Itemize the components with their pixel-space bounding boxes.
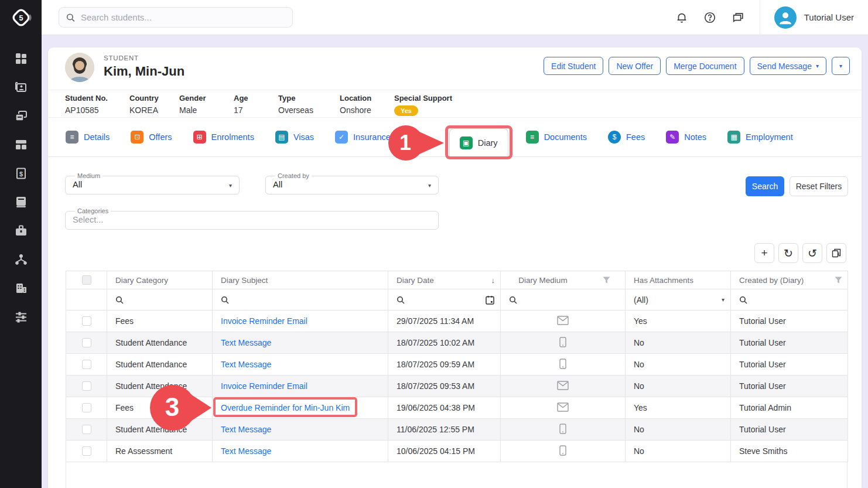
fees-icon[interactable]: $ bbox=[14, 166, 28, 180]
diary-category: Re Assessment bbox=[115, 446, 172, 456]
briefcase-icon[interactable] bbox=[14, 224, 28, 238]
search-button[interactable]: Search bbox=[746, 176, 784, 196]
app-logo-icon[interactable]: 5 bbox=[0, 0, 42, 35]
annotation-balloon-1: 1 bbox=[388, 125, 444, 161]
field-value: KOREA bbox=[129, 105, 179, 115]
merge-document-button[interactable]: Merge Document bbox=[666, 57, 744, 75]
cards-icon[interactable] bbox=[14, 109, 28, 123]
col-has-attachments[interactable]: Has Attachments bbox=[626, 271, 731, 289]
tab-offers[interactable]: ⊡Offers bbox=[131, 131, 172, 144]
global-search[interactable] bbox=[59, 7, 293, 28]
sort-desc-icon[interactable]: ↓ bbox=[491, 276, 495, 285]
tab-details[interactable]: ≡Details bbox=[66, 131, 110, 144]
tab-label: Offers bbox=[149, 132, 172, 142]
has-attachments: Yes bbox=[634, 316, 647, 326]
filter-medium[interactable] bbox=[501, 289, 626, 310]
filter-medium-input[interactable] bbox=[553, 295, 619, 304]
created-by-label: Created by bbox=[275, 172, 312, 179]
students-icon[interactable] bbox=[14, 80, 28, 94]
col-diary-date[interactable]: Diary Date↓ bbox=[388, 271, 501, 289]
created-by: Steve Smiths bbox=[739, 446, 787, 456]
send-message-button[interactable]: Send Message▾ bbox=[750, 57, 826, 75]
table-row: Re AssessmentText Message10/06/2025 04:1… bbox=[66, 441, 848, 462]
filter-attachments[interactable]: (All)▾ bbox=[626, 289, 731, 310]
network-icon[interactable] bbox=[14, 252, 28, 267]
user-avatar[interactable] bbox=[774, 6, 797, 29]
insurance-icon: ✓ bbox=[335, 131, 348, 144]
courses-icon[interactable] bbox=[14, 195, 28, 209]
created-by-select[interactable]: Created by All ▾ bbox=[265, 172, 439, 194]
settings-icon[interactable] bbox=[14, 310, 28, 324]
chevron-down-icon: ▾ bbox=[816, 63, 819, 69]
select-all-header[interactable] bbox=[66, 271, 107, 289]
filter-funnel-icon[interactable] bbox=[835, 277, 842, 284]
diary-subject-link[interactable]: Overdue Reminder for Min-Jun Kim bbox=[221, 403, 350, 412]
tab-insurance[interactable]: ✓Insurance bbox=[335, 131, 391, 144]
attachments-filter-value[interactable]: (All) bbox=[634, 295, 648, 305]
row-checkbox[interactable] bbox=[82, 446, 91, 456]
select-all-checkbox[interactable] bbox=[82, 275, 91, 285]
filter-category[interactable] bbox=[107, 289, 213, 310]
col-diary-subject[interactable]: Diary Subject bbox=[213, 271, 388, 289]
topbar: Tutorial User bbox=[42, 0, 868, 35]
col-created-by[interactable]: Created by (Diary) bbox=[731, 271, 848, 289]
bell-icon[interactable] bbox=[675, 11, 688, 24]
row-checkbox[interactable] bbox=[82, 316, 91, 326]
topbar-divider bbox=[760, 0, 760, 35]
reset-filters-button[interactable]: Reset Filters bbox=[790, 176, 848, 196]
tab-fees[interactable]: $Fees bbox=[608, 131, 645, 144]
col-diary-category[interactable]: Diary Category bbox=[107, 271, 213, 289]
col-diary-medium[interactable]: Diary Medium bbox=[501, 271, 626, 289]
organisation-icon[interactable] bbox=[14, 281, 28, 295]
filter-created-by[interactable] bbox=[731, 289, 848, 310]
mobile-icon bbox=[559, 445, 566, 456]
filter-subject-input[interactable] bbox=[285, 295, 382, 304]
row-checkbox[interactable] bbox=[82, 338, 91, 347]
filter-created-by-input[interactable] bbox=[780, 295, 842, 304]
more-actions-button[interactable]: ▾ bbox=[832, 57, 850, 75]
copy-icon[interactable] bbox=[826, 243, 846, 263]
filter-subject[interactable] bbox=[213, 289, 388, 310]
tab-visas[interactable]: ▤Visas bbox=[275, 131, 314, 144]
tab-label: Documents bbox=[544, 132, 587, 142]
diary-subject-link[interactable]: Text Message bbox=[221, 425, 271, 434]
calendar-icon[interactable] bbox=[486, 295, 494, 305]
diary-date: 18/07/2025 09:53 AM bbox=[397, 381, 474, 391]
tab-label: Fees bbox=[626, 132, 645, 142]
filter-category-input[interactable] bbox=[152, 295, 206, 304]
history-icon[interactable]: ↺ bbox=[802, 243, 822, 263]
row-checkbox[interactable] bbox=[82, 381, 91, 391]
tab-notes[interactable]: ✎Notes bbox=[666, 131, 706, 144]
tab-enrolments[interactable]: ⊞Enrolments bbox=[193, 131, 254, 144]
created-by: Tutorial User bbox=[739, 360, 786, 369]
has-attachments: No bbox=[634, 381, 644, 391]
filter-date[interactable] bbox=[388, 289, 501, 310]
diary-subject-link[interactable]: Invoice Reminder Email bbox=[221, 316, 307, 326]
filter-funnel-icon[interactable] bbox=[603, 277, 610, 284]
add-icon[interactable]: + bbox=[754, 243, 774, 263]
tab-documents[interactable]: ≡Documents bbox=[526, 131, 587, 144]
edit-student-button[interactable]: Edit Student bbox=[544, 57, 603, 75]
diary-category: Student Attendance bbox=[115, 381, 187, 391]
categories-select[interactable]: Categories Select... bbox=[65, 207, 439, 230]
row-checkbox[interactable] bbox=[82, 403, 91, 412]
refresh-icon[interactable]: ↻ bbox=[778, 243, 798, 263]
tab-diary[interactable]: ▣Diary1 bbox=[449, 128, 508, 158]
medium-select[interactable]: Medium All ▾ bbox=[65, 172, 240, 194]
user-name[interactable]: Tutorial User bbox=[804, 12, 854, 22]
diary-subject-link[interactable]: Text Message bbox=[221, 338, 271, 347]
diary-subject-link[interactable]: Text Message bbox=[221, 360, 271, 369]
tab-employment[interactable]: ▦Employment bbox=[727, 131, 793, 144]
row-checkbox[interactable] bbox=[82, 425, 91, 434]
new-offer-button[interactable]: New Offer bbox=[609, 57, 661, 75]
layout-icon[interactable] bbox=[14, 138, 28, 152]
dashboard-icon[interactable] bbox=[14, 52, 28, 66]
field-value: Onshore bbox=[340, 105, 394, 115]
diary-subject-link[interactable]: Invoice Reminder Email bbox=[221, 381, 307, 391]
help-icon[interactable] bbox=[703, 11, 716, 24]
chat-icon[interactable] bbox=[732, 11, 744, 24]
medium-value: All bbox=[73, 180, 232, 189]
search-input[interactable] bbox=[81, 12, 285, 22]
diary-subject-link[interactable]: Text Message bbox=[221, 446, 271, 456]
row-checkbox[interactable] bbox=[82, 360, 91, 369]
